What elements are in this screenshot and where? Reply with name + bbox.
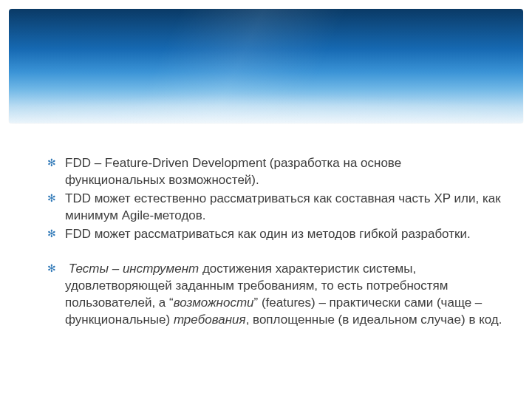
bullet-list-secondary: Тесты – инструмент достижения характерис… (44, 261, 502, 329)
header-banner (9, 9, 523, 123)
italic-run: Тесты – инструмент (69, 262, 199, 276)
text-run: , воплощенные (в идеальном случае) в код… (246, 313, 502, 327)
bullet-list: FDD – Feature-Driven Development (разраб… (44, 155, 502, 243)
italic-run: возможности (174, 296, 254, 310)
list-item: Тесты – инструмент достижения характерис… (44, 261, 502, 329)
list-item: FDD может рассматриваться как один из ме… (44, 226, 502, 243)
bullet-text: FDD – Feature-Driven Development (разраб… (65, 156, 401, 187)
list-item: FDD – Feature-Driven Development (разраб… (44, 155, 502, 189)
list-item: TDD может естественно рассматриваться ка… (44, 191, 502, 225)
content-area: FDD – Feature-Driven Development (разраб… (44, 155, 502, 330)
italic-run: требования (174, 313, 246, 327)
bullet-text: Тесты – инструмент достижения характерис… (65, 262, 502, 327)
slide: FDD – Feature-Driven Development (разраб… (0, 0, 532, 399)
bullet-text: TDD может естественно рассматриваться ка… (65, 191, 501, 222)
bullet-text: FDD может рассматриваться как один из ме… (65, 227, 471, 241)
spacer (44, 245, 502, 261)
